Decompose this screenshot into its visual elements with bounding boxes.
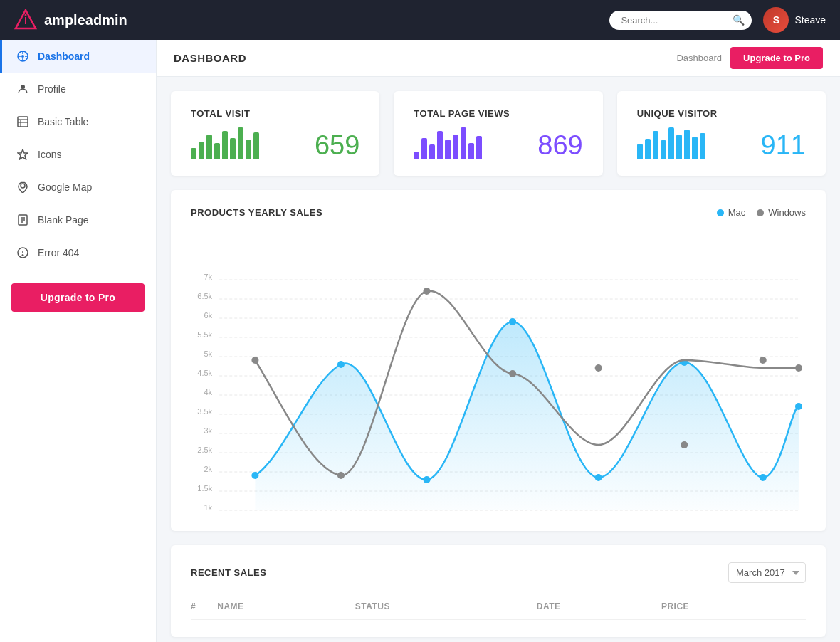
mini-bar [445,140,451,159]
user-area[interactable]: S Steave [763,7,826,33]
mini-bar [246,140,251,159]
sidebar-item-google-map[interactable]: Google Map [0,171,156,204]
content-area: TOTAL VISIT 659 TOTAL PAGE VIEWS 869 [157,77,840,642]
person-icon [16,83,29,95]
sidebar-item-profile[interactable]: Profile [0,73,156,105]
mac-point-3 [509,318,516,325]
chart-legend: Mac Windows [717,207,806,218]
user-name: Steave [794,14,826,26]
svg-point-4 [21,55,24,58]
stats-row: TOTAL VISIT 659 TOTAL PAGE VIEWS 869 [171,91,826,176]
sidebar-upgrade-button[interactable]: Upgrade to Pro [11,283,145,312]
stat-card-total-visit: TOTAL VISIT 659 [171,91,379,176]
sidebar: Dashboard Profile Basic Table Icons Goog… [0,40,157,642]
svg-point-2 [25,14,27,16]
svg-text:2k: 2k [204,465,212,473]
stat-card-page-views: TOTAL PAGE VIEWS 869 [394,91,602,176]
chart-section: PRODUCTS YEARLY SALES Mac Windows [171,190,826,531]
legend-mac: Mac [717,207,746,218]
error-icon [16,246,29,259]
mini-bar [253,132,259,159]
mini-bar [206,135,212,159]
mini-bar [421,138,427,159]
stat-value-total-visit: 659 [315,132,359,159]
sidebar-label-basic-table: Basic Table [38,116,88,127]
sidebar-item-blank-page[interactable]: Blank Page [0,204,156,236]
mini-bar [191,148,196,159]
recent-sales-title: RECENT SALES [191,567,266,578]
mac-area [255,322,799,510]
svg-text:3.5k: 3.5k [197,407,212,416]
svg-text:6k: 6k [204,311,212,320]
mini-bar [453,135,458,159]
svg-text:6.5k: 6.5k [197,292,212,300]
mini-bar [476,136,482,159]
col-date: DATE [537,594,661,619]
mini-bar [700,133,705,159]
win-point-3 [509,370,516,377]
icons-icon [16,148,29,161]
svg-text:2.5k: 2.5k [197,446,212,454]
mac-point-0 [251,472,258,479]
win-point-4 [595,364,602,372]
stat-value-page-views: 869 [537,132,582,159]
top-navigation: ampleadmin 🔍 S Steave [0,0,840,40]
chart-header: PRODUCTS YEARLY SALES Mac Windows [191,207,806,218]
mini-bars-page-views [414,127,482,159]
legend-dot-mac [717,209,724,216]
sidebar-item-basic-table[interactable]: Basic Table [0,105,156,138]
mini-bar [637,144,643,159]
svg-text:1k: 1k [204,503,212,512]
chart-title: PRODUCTS YEARLY SALES [191,207,322,218]
svg-rect-10 [18,117,28,127]
svg-text:4k: 4k [204,388,212,396]
mini-bar [468,143,474,159]
recent-sales-section: RECENT SALES March 2017 # NAME STATUS DA… [171,545,826,637]
sidebar-label-google-map: Google Map [38,181,92,193]
breadcrumb: Dashboard [676,53,722,63]
page-title: DASHBOARD [174,52,246,64]
mini-bar [222,131,228,159]
svg-point-9 [21,85,25,89]
svg-text:4.5k: 4.5k [197,369,212,377]
avatar: S [763,7,789,33]
mini-bar [214,143,220,159]
mini-bars-unique-visitor [637,127,705,159]
mini-bar [414,152,419,159]
mac-point-2 [424,476,431,483]
sidebar-label-profile: Profile [38,83,66,95]
win-point-5 [681,441,688,448]
sidebar-item-icons[interactable]: Icons [0,138,156,171]
main-content: DASHBOARD Dashboard Upgrade to Pro TOTAL… [157,40,840,642]
sidebar-item-error-404[interactable]: Error 404 [0,236,156,269]
map-icon [16,181,29,194]
mac-point-6 [760,474,767,481]
search-input[interactable] [609,11,752,30]
win-point-0 [251,357,258,364]
svg-marker-14 [18,149,28,159]
sidebar-item-dashboard[interactable]: Dashboard [0,40,156,73]
mini-bar [676,135,682,159]
table-header-row: # NAME STATUS DATE PRICE [191,594,806,619]
stat-label-unique-visitor: UNIQUE VISITOR [637,108,806,119]
svg-text:1.5k: 1.5k [197,484,212,493]
svg-point-15 [21,184,25,188]
win-point-7 [795,364,802,372]
search-box[interactable]: 🔍 [609,11,752,30]
upgrade-pro-button[interactable]: Upgrade to Pro [730,47,823,69]
mini-bar [653,131,658,159]
logo-icon [14,9,37,31]
legend-label-mac: Mac [728,207,746,218]
search-icon[interactable]: 🔍 [733,14,745,26]
mac-point-4 [595,474,602,481]
breadcrumb-area: Dashboard Upgrade to Pro [676,47,823,69]
mini-bar [668,127,674,159]
mini-bar [437,131,443,159]
svg-text:7k: 7k [204,273,212,281]
dashboard-icon [16,50,29,63]
legend-label-windows: Windows [768,207,806,218]
col-number: # [191,594,217,619]
month-select[interactable]: March 2017 [728,562,806,583]
mac-point-7 [795,403,802,410]
mini-bar [684,130,690,159]
